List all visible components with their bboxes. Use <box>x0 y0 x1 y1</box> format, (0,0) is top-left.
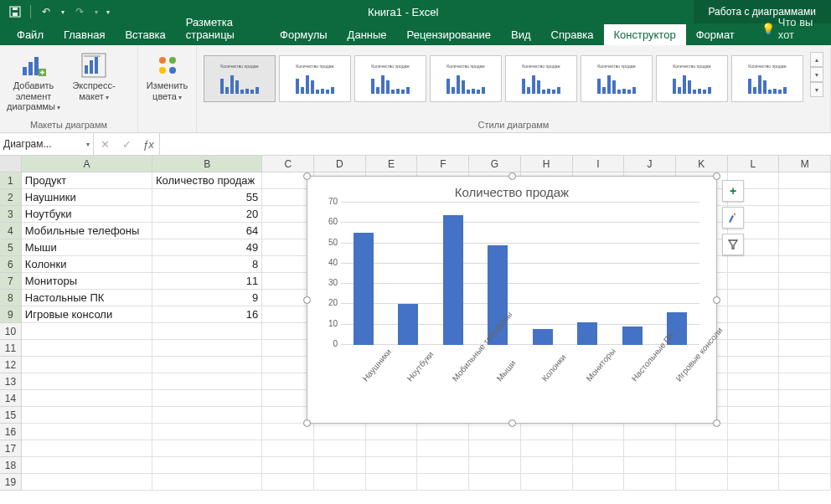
undo-dropdown[interactable]: ▾ <box>58 2 68 22</box>
cell-K16[interactable] <box>676 424 728 440</box>
cell-B13[interactable] <box>152 373 262 390</box>
column-header-L[interactable]: L <box>728 156 780 172</box>
column-header-M[interactable]: M <box>779 156 831 172</box>
cell-B19[interactable] <box>152 474 262 491</box>
cell-A11[interactable] <box>22 340 152 357</box>
row-header-18[interactable]: 18 <box>0 457 22 474</box>
cell-B4[interactable]: 64 <box>152 223 262 239</box>
cell-D17[interactable] <box>314 440 366 457</box>
cell-M4[interactable] <box>779 223 831 239</box>
cell-B17[interactable] <box>152 440 262 457</box>
bar-0[interactable] <box>354 233 374 345</box>
cell-A2[interactable]: Наушники <box>22 189 152 206</box>
cell-A7[interactable]: Мониторы <box>22 273 152 290</box>
gallery-up-button[interactable]: ▴ <box>810 52 823 67</box>
change-colors-button[interactable]: Изменить цвета <box>145 52 189 101</box>
cell-A3[interactable]: Ноутбуки <box>22 206 152 223</box>
cell-L18[interactable] <box>728 457 780 474</box>
chart-style-1[interactable]: Количество продаж <box>204 55 276 102</box>
cell-M15[interactable] <box>779 407 831 424</box>
row-header-1[interactable]: 1 <box>0 172 22 189</box>
cell-M9[interactable] <box>779 306 831 323</box>
cell-L12[interactable] <box>728 357 780 373</box>
cell-A16[interactable] <box>22 424 152 440</box>
cell-L11[interactable] <box>728 340 780 357</box>
cell-A9[interactable]: Игровые консоли <box>22 306 152 323</box>
cell-F17[interactable] <box>417 440 469 457</box>
column-header-E[interactable]: E <box>366 156 418 172</box>
embedded-chart[interactable]: Количество продаж 010203040506070 Наушни… <box>307 176 717 424</box>
column-header-H[interactable]: H <box>521 156 573 172</box>
cell-M14[interactable] <box>779 390 831 407</box>
cell-B6[interactable]: 8 <box>152 256 262 273</box>
cell-L17[interactable] <box>728 440 780 457</box>
cell-B9[interactable]: 16 <box>152 306 262 323</box>
row-header-13[interactable]: 13 <box>0 373 22 390</box>
enter-formula-button[interactable]: ✓ <box>116 138 137 151</box>
row-header-5[interactable]: 5 <box>0 239 22 256</box>
cell-M1[interactable] <box>779 172 831 189</box>
column-header-B[interactable]: B <box>152 156 262 172</box>
cell-A13[interactable] <box>22 373 152 390</box>
tab-help[interactable]: Справка <box>541 24 604 45</box>
bar-5[interactable] <box>577 322 597 345</box>
cell-A18[interactable] <box>22 457 152 474</box>
column-header-G[interactable]: G <box>469 156 521 172</box>
tab-insert[interactable]: Вставка <box>115 24 175 45</box>
tab-page-layout[interactable]: Разметка страницы <box>176 12 270 45</box>
row-header-4[interactable]: 4 <box>0 223 22 239</box>
quick-layout-button[interactable]: Экспресс- макет <box>67 52 121 101</box>
qat-customize[interactable]: ▾ <box>103 2 113 22</box>
cell-E18[interactable] <box>366 457 418 474</box>
chart-handle-ne[interactable] <box>713 172 720 180</box>
column-header-A[interactable]: A <box>22 156 152 172</box>
cell-B8[interactable]: 9 <box>152 290 262 306</box>
bar-2[interactable] <box>443 215 463 345</box>
cell-I16[interactable] <box>573 424 625 440</box>
tab-review[interactable]: Рецензирование <box>397 24 501 45</box>
cell-G18[interactable] <box>469 457 521 474</box>
cell-E17[interactable] <box>366 440 418 457</box>
cell-I18[interactable] <box>573 457 625 474</box>
chart-handle-nw[interactable] <box>303 172 311 180</box>
cell-L8[interactable] <box>728 290 780 306</box>
cell-M11[interactable] <box>779 340 831 357</box>
cell-B11[interactable] <box>152 340 262 357</box>
undo-button[interactable]: ↶ <box>36 2 56 22</box>
cell-G19[interactable] <box>469 474 521 491</box>
chart-title[interactable]: Количество продаж <box>307 177 716 203</box>
cell-B12[interactable] <box>152 357 262 373</box>
cell-B15[interactable] <box>152 407 262 424</box>
gallery-more-button[interactable]: ▾ <box>810 82 823 97</box>
cell-K17[interactable] <box>676 440 728 457</box>
cell-M13[interactable] <box>779 373 831 390</box>
cell-H19[interactable] <box>521 474 573 491</box>
cell-L9[interactable] <box>728 306 780 323</box>
cell-I19[interactable] <box>573 474 625 491</box>
tab-design[interactable]: Конструктор <box>604 24 686 45</box>
tab-file[interactable]: Файл <box>7 24 54 45</box>
tab-formulas[interactable]: Формулы <box>270 24 338 45</box>
cell-L7[interactable] <box>728 273 780 290</box>
cell-D16[interactable] <box>314 424 366 440</box>
cell-B5[interactable]: 49 <box>152 239 262 256</box>
row-header-17[interactable]: 17 <box>0 440 22 457</box>
row-header-9[interactable]: 9 <box>0 306 22 323</box>
cell-B7[interactable]: 11 <box>152 273 262 290</box>
tell-me[interactable]: 💡 Что вы хот <box>751 12 824 45</box>
cell-B3[interactable]: 20 <box>152 206 262 223</box>
cell-D19[interactable] <box>314 474 366 491</box>
redo-button[interactable]: ↷ <box>70 2 90 22</box>
chart-style-6[interactable]: Количество продаж <box>581 55 653 102</box>
cell-M2[interactable] <box>779 189 831 206</box>
cell-H18[interactable] <box>521 457 573 474</box>
column-header-I[interactable]: I <box>573 156 625 172</box>
cell-B2[interactable]: 55 <box>152 189 262 206</box>
row-header-16[interactable]: 16 <box>0 424 22 440</box>
redo-dropdown[interactable]: ▾ <box>91 2 101 22</box>
cell-B1[interactable]: Количество продаж <box>152 172 262 189</box>
bar-4[interactable] <box>533 329 553 345</box>
tab-view[interactable]: Вид <box>501 24 541 45</box>
cell-A6[interactable]: Колонки <box>22 256 152 273</box>
chart-style-4[interactable]: Количество продаж <box>430 55 502 102</box>
